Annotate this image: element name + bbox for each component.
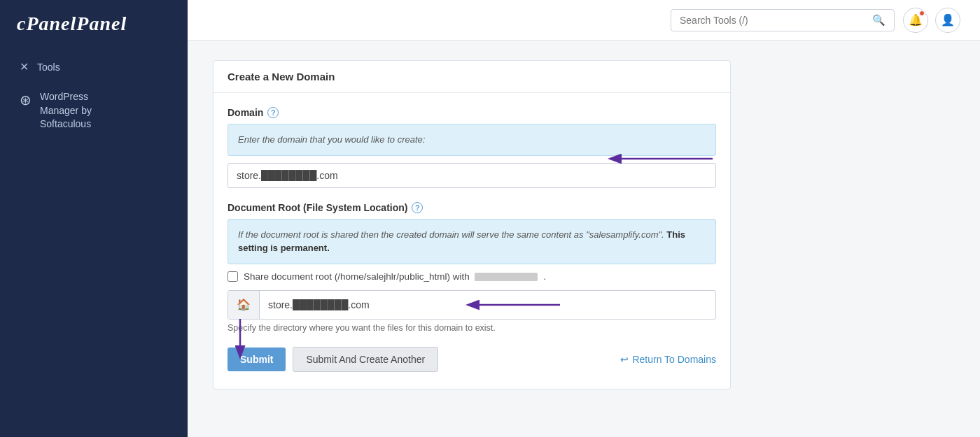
- user-menu-button[interactable]: 👤: [935, 8, 960, 33]
- form-actions: Submit Submit And Create Another ↩ Retur…: [214, 347, 730, 372]
- wordpress-icon: ⊛: [20, 92, 31, 108]
- doc-root-help-icon[interactable]: ?: [412, 202, 423, 213]
- return-arrow-icon: ↩: [620, 354, 629, 365]
- share-doc-root-checkbox[interactable]: [227, 271, 238, 282]
- card-title: Create a New Domain: [214, 61, 730, 93]
- return-to-domains-button[interactable]: ↩ Return To Domains: [620, 354, 716, 365]
- domain-help-icon[interactable]: ?: [267, 107, 279, 118]
- header: 🔍 🔔 👤: [188, 0, 980, 41]
- search-bar[interactable]: 🔍: [671, 9, 895, 31]
- search-icon: 🔍: [872, 14, 886, 27]
- share-doc-root-label: Share document root (/home/salejhlr/publ…: [244, 271, 546, 282]
- notification-dot: [919, 10, 925, 16]
- sidebar: cPanelPanel ✕ Tools ⊛ WordPressManager b…: [0, 0, 188, 437]
- sidebar-item-label-tools: Tools: [37, 62, 60, 73]
- create-domain-card: Create a New Domain Domain ? Enter the d…: [213, 60, 731, 389]
- header-icons: 🔔 👤: [903, 8, 960, 33]
- doc-root-input-container: 🏠: [227, 290, 716, 320]
- domain-input[interactable]: [227, 163, 716, 188]
- search-input[interactable]: [680, 15, 867, 26]
- main-area: 🔍 🔔 👤 Create a New Domain Domain ?: [188, 0, 980, 437]
- doc-root-info-box: If the document root is shared then the …: [227, 219, 716, 264]
- tools-icon: ✕: [20, 60, 29, 73]
- submit-another-button[interactable]: Submit And Create Another: [293, 347, 438, 372]
- sidebar-item-tools[interactable]: ✕ Tools: [0, 52, 188, 82]
- domain-input-container: [227, 163, 716, 188]
- sidebar-item-label-wordpress: WordPressManager bySoftaculous: [40, 90, 92, 131]
- domain-info-box: Enter the domain that you would like to …: [227, 124, 716, 156]
- sidebar-item-wordpress[interactable]: ⊛ WordPressManager bySoftaculous: [0, 82, 188, 140]
- sidebar-logo: cPanelPanel: [0, 0, 188, 52]
- domain-label: Domain ?: [227, 107, 716, 118]
- doc-root-field-group: Document Root (File System Location) ? I…: [227, 202, 716, 333]
- redacted-domain-1: [475, 273, 538, 281]
- card-body: Domain ? Enter the domain that you would…: [214, 93, 730, 333]
- notifications-button[interactable]: 🔔: [903, 8, 928, 33]
- doc-root-input-wrapper: 🏠: [227, 290, 716, 320]
- user-icon: 👤: [941, 13, 955, 27]
- content-area: Create a New Domain Domain ? Enter the d…: [188, 41, 980, 437]
- home-icon: 🏠: [228, 291, 260, 319]
- domain-field-group: Domain ? Enter the domain that you would…: [227, 107, 716, 188]
- submit-button[interactable]: Submit: [227, 348, 286, 371]
- hint-text: Specify the directory where you want the…: [227, 323, 716, 333]
- doc-root-input[interactable]: [260, 293, 715, 317]
- share-doc-root-row: Share document root (/home/salejhlr/publ…: [227, 271, 716, 282]
- return-label: Return To Domains: [632, 354, 716, 365]
- sidebar-navigation: ✕ Tools ⊛ WordPressManager bySoftaculous: [0, 52, 188, 140]
- doc-root-label: Document Root (File System Location) ?: [227, 202, 716, 213]
